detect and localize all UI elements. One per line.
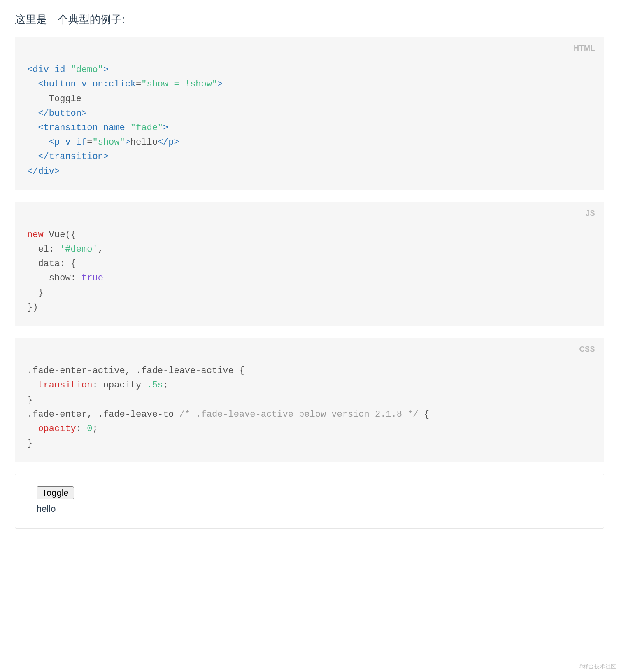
demo-output-text: hello — [37, 504, 582, 514]
code-label-css: CSS — [579, 343, 595, 355]
code-block-html: HTML<div id="demo"> <button v-on:click="… — [15, 37, 604, 190]
code-label-html: HTML — [574, 42, 595, 54]
demo-box: Toggle hello — [15, 474, 604, 529]
code-block-js: JSnew Vue({ el: '#demo', data: { show: t… — [15, 202, 604, 326]
intro-text: 这里是一个典型的例子: — [15, 12, 604, 27]
code-block-css: CSS.fade-enter-active, .fade-leave-activ… — [15, 338, 604, 462]
toggle-button[interactable]: Toggle — [37, 486, 74, 499]
code-label-js: JS — [586, 208, 595, 219]
